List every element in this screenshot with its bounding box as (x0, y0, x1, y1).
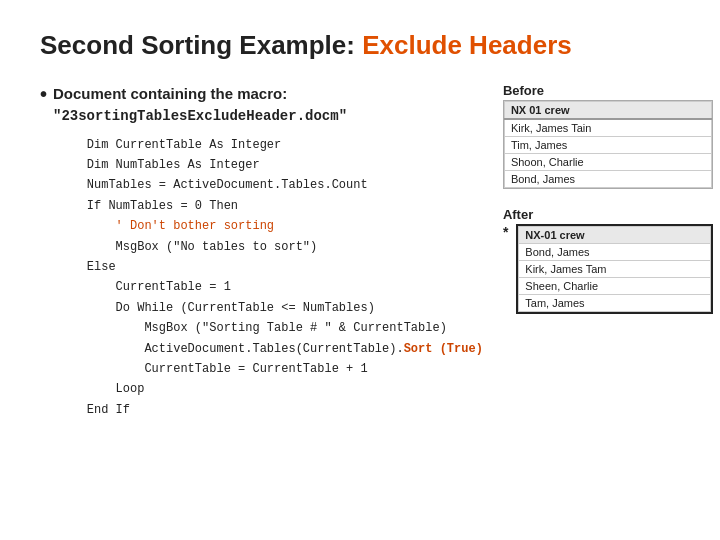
after-cell-1: Bond, James (519, 244, 711, 261)
left-panel: • Document containing the macro: "23sort… (40, 83, 483, 420)
before-label: Before (503, 83, 713, 98)
after-cell-3: Sheen, Charlie (519, 278, 711, 295)
after-cell-4: Tam, James (519, 295, 711, 312)
before-cell-1: Kirk, James Tain (504, 119, 711, 137)
before-cell-3: Shoon, Charlie (504, 154, 711, 171)
macro-name: "23sortingTablesExcludeHeader.docm" (53, 108, 347, 124)
code-line-4: If NumTables = 0 Then (58, 196, 483, 216)
code-line-10: MsgBox ("Sorting Table # " & CurrentTabl… (58, 318, 483, 338)
star-symbol: * (503, 224, 508, 240)
after-row-1: Bond, James (519, 244, 711, 261)
code-line-11: ActiveDocument.Tables(CurrentTable).Sort… (58, 339, 483, 359)
after-row-2: Kirk, James Tam (519, 261, 711, 278)
bullet-text: Document containing the macro: (53, 85, 287, 102)
code-comment: ' Don't bother sorting (116, 219, 274, 233)
after-row-4: Tam, James (519, 295, 711, 312)
after-section: After * NX-01 crew Bond, James Kir (503, 207, 713, 314)
before-row-3: Shoon, Charlie (504, 154, 711, 171)
before-row-1: Kirk, James Tain (504, 119, 711, 137)
before-cell-2: Tim, James (504, 137, 711, 154)
sort-keyword: Sort (True) (404, 342, 483, 356)
bullet-dot: • (40, 83, 47, 105)
right-panel: Before NX 01 crew Kirk, James Tain Tim, … (503, 83, 713, 420)
after-row-3: Sheen, Charlie (519, 278, 711, 295)
code-line-1: Dim CurrentTable As Integer (58, 135, 483, 155)
code-line-5: ' Don't bother sorting (58, 216, 483, 236)
code-line-3: NumTables = ActiveDocument.Tables.Count (58, 175, 483, 195)
code-line-12: CurrentTable = CurrentTable + 1 (58, 359, 483, 379)
before-row-2: Tim, James (504, 137, 711, 154)
code-line-9: Do While (CurrentTable <= NumTables) (58, 298, 483, 318)
after-table: NX-01 crew Bond, James Kirk, James Tam S… (516, 224, 713, 314)
after-label: After (503, 207, 713, 222)
code-line-14: End If (58, 400, 483, 420)
slide: Second Sorting Example: Exclude Headers … (0, 0, 720, 540)
before-header-row: NX 01 crew (504, 102, 711, 120)
code-block: Dim CurrentTable As Integer Dim NumTable… (58, 135, 483, 420)
before-row-4: Bond, James (504, 171, 711, 188)
code-line-13: Loop (58, 379, 483, 399)
bullet-item: • Document containing the macro: "23sort… (40, 83, 483, 127)
before-cell-4: Bond, James (504, 171, 711, 188)
after-header-row: NX-01 crew (519, 227, 711, 244)
before-table: NX 01 crew Kirk, James Tain Tim, James S… (503, 100, 713, 189)
slide-title: Second Sorting Example: Exclude Headers (40, 30, 680, 61)
code-line-7: Else (58, 257, 483, 277)
code-line-2: Dim NumTables As Integer (58, 155, 483, 175)
after-cell-2: Kirk, James Tam (519, 261, 711, 278)
before-section: Before NX 01 crew Kirk, James Tain Tim, … (503, 83, 713, 189)
after-header-cell: NX-01 crew (519, 227, 711, 244)
title-prefix: Second Sorting Example: (40, 30, 362, 60)
code-line-8: CurrentTable = 1 (58, 277, 483, 297)
after-row-wrapper: * NX-01 crew Bond, James Kirk, James Tam (503, 224, 713, 314)
bullet-label: Document containing the macro: "23sortin… (53, 83, 347, 127)
content-section: • Document containing the macro: "23sort… (40, 83, 680, 420)
title-highlight: Exclude Headers (362, 30, 572, 60)
code-line-6: MsgBox ("No tables to sort") (58, 237, 483, 257)
before-header-cell: NX 01 crew (504, 102, 711, 120)
